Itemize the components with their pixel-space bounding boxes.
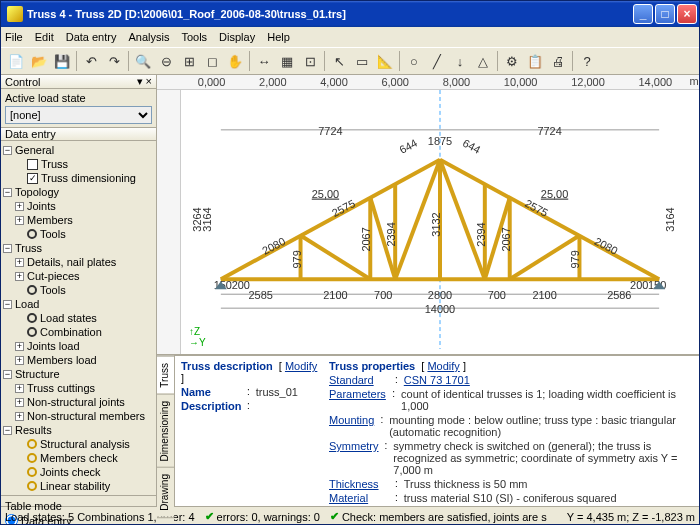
circle-icon [27,285,37,295]
truss-diagram: 77247724 14000 2585210070028007002100258… [181,90,699,349]
tree-topology[interactable]: Topology [15,186,59,198]
menu-edit[interactable]: Edit [35,31,54,43]
tree-item[interactable]: Truss [41,158,68,170]
tree-truss[interactable]: Truss [15,242,42,254]
tree-general[interactable]: General [15,144,54,156]
minimize-button[interactable]: _ [633,4,653,24]
axes-indicator: ↑Z→Y [189,326,206,348]
expand-icon[interactable]: − [3,300,12,309]
menu-analysis[interactable]: Analysis [128,31,169,43]
tree-item[interactable]: Tools [40,284,66,296]
calc-icon[interactable]: ⚙ [501,50,523,72]
prop-label[interactable]: Parameters [329,388,386,412]
report-icon[interactable]: 📋 [524,50,546,72]
tree-item[interactable]: Joints check [40,466,101,478]
support-icon[interactable]: △ [472,50,494,72]
circle-icon [27,229,37,239]
joint-icon[interactable]: ○ [403,50,425,72]
vtab-de[interactable]: Data entry - truss [157,517,174,525]
load-icon[interactable]: ↓ [449,50,471,72]
checkbox[interactable] [27,159,38,170]
tree-item[interactable]: Tools [40,228,66,240]
select-icon[interactable]: ▭ [351,50,373,72]
tree-item[interactable]: Members load [27,354,97,366]
svg-line-30 [440,160,485,280]
undo-icon[interactable]: ↶ [80,50,102,72]
circle-icon [27,327,37,337]
zoomout-icon[interactable]: ⊖ [155,50,177,72]
print-icon[interactable]: 🖨 [547,50,569,72]
tree-item[interactable]: Members [27,214,73,226]
pointer-icon[interactable]: ↖ [328,50,350,72]
tree-item[interactable]: Truss cuttings [27,382,95,394]
tree-item[interactable]: Non-structural joints [27,396,125,408]
measure-icon[interactable]: 📐 [374,50,396,72]
snap-icon[interactable]: ⊡ [299,50,321,72]
menu-dataentry[interactable]: Data entry [66,31,117,43]
control-header: Control▾ × [1,75,156,89]
tree-results[interactable]: Results [15,424,52,436]
expand-icon[interactable]: − [3,426,12,435]
app-icon [7,6,23,22]
tree-item[interactable]: Truss dimensioning [41,172,136,184]
grid-icon[interactable]: ▦ [276,50,298,72]
tree-item[interactable]: Combination [40,326,102,338]
zoomwin-icon[interactable]: ◻ [201,50,223,72]
maximize-button[interactable]: □ [655,4,675,24]
prop-label[interactable]: Material [329,492,389,504]
tree-item[interactable]: Structural analysis [40,438,130,450]
desc-header: Truss description [181,360,273,372]
svg-text:2575: 2575 [523,197,550,219]
tree-item[interactable]: Linear stability [40,480,110,492]
prop-label[interactable]: Thickness [329,478,389,490]
menu-tools[interactable]: Tools [181,31,207,43]
expand-icon[interactable]: − [3,244,12,253]
modify-link[interactable]: Modify [285,360,317,372]
prop-label[interactable]: Standard [329,374,389,386]
tree: −General Truss Truss dimensioning −Topol… [1,141,156,495]
vtab-dim[interactable]: Dimensioning [157,394,174,468]
member-icon[interactable]: ╱ [426,50,448,72]
tree-item[interactable]: Non-structural members [27,410,145,422]
drawing-canvas[interactable]: 77247724 14000 2585210070028007002100258… [181,90,699,354]
sidebar: Control▾ × Active load state [none] Data… [1,75,157,506]
zoomin-icon[interactable]: 🔍 [132,50,154,72]
dim-icon[interactable]: ↔ [253,50,275,72]
menu-help[interactable]: Help [267,31,290,43]
tree-item[interactable]: Details, nail plates [27,256,116,268]
svg-text:2394: 2394 [475,222,487,246]
new-icon[interactable]: 📄 [5,50,27,72]
tree-item[interactable]: Joints [27,200,56,212]
modify-link[interactable]: Modify [427,360,459,372]
checkbox[interactable] [27,173,38,184]
svg-text:2586: 2586 [607,289,631,301]
active-load-select[interactable]: [none] [5,106,152,124]
canvas-area: 0,0002,0004,0006,0008,00010,00012,00014,… [157,75,699,506]
vtab-truss[interactable]: Truss [157,356,174,394]
menu-display[interactable]: Display [219,31,255,43]
zoomfit-icon[interactable]: ⊞ [178,50,200,72]
pan-icon[interactable]: ✋ [224,50,246,72]
prop-label[interactable]: Mounting [329,414,374,438]
expand-icon[interactable]: − [3,370,12,379]
svg-text:1875: 1875 [428,135,452,147]
svg-text:2067: 2067 [500,227,512,251]
redo-icon[interactable]: ↷ [103,50,125,72]
ruler-x: 0,0002,0004,0006,0008,00010,00012,00014,… [157,75,699,90]
vtab-drawing[interactable]: Drawing [157,467,174,517]
close-button[interactable]: × [677,4,697,24]
menu-file[interactable]: File [5,31,23,43]
tree-item[interactable]: Cut-pieces [27,270,80,282]
svg-text:25,00: 25,00 [541,188,568,200]
save-icon[interactable]: 💾 [51,50,73,72]
expand-icon[interactable]: − [3,146,12,155]
tree-item[interactable]: Load states [40,312,97,324]
tree-load[interactable]: Load [15,298,39,310]
help-icon[interactable]: ? [576,50,598,72]
tree-structure[interactable]: Structure [15,368,60,380]
tree-item[interactable]: Members check [40,452,118,464]
prop-label[interactable]: Symmetry [329,440,379,476]
open-icon[interactable]: 📂 [28,50,50,72]
tree-item[interactable]: Joints load [27,340,80,352]
expand-icon[interactable]: − [3,188,12,197]
